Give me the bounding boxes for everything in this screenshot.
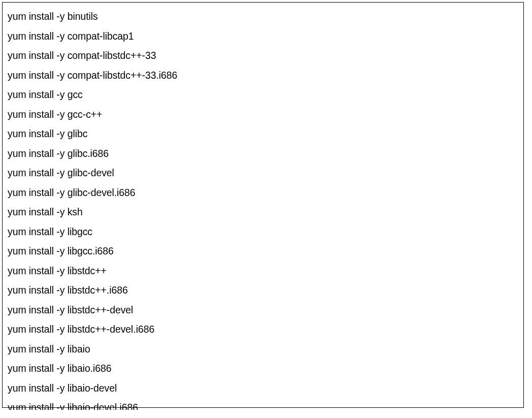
command-code-block: yum install -y binutils yum install -y c… xyxy=(2,2,524,408)
code-line: yum install -y compat-libstdc++-33 xyxy=(8,46,518,66)
code-line: yum install -y glibc-devel xyxy=(8,163,518,183)
code-line: yum install -y gcc xyxy=(8,85,518,105)
code-line: yum install -y libaio xyxy=(8,339,518,359)
code-line: yum install -y glibc.i686 xyxy=(8,144,518,164)
code-line: yum install -y binutils xyxy=(8,7,518,26)
code-line: yum install -y libaio-devel.i686 xyxy=(8,398,518,410)
code-line: yum install -y libstdc++.i686 xyxy=(8,280,518,300)
code-line: yum install -y compat-libcap1 xyxy=(8,26,518,46)
code-line: yum install -y libaio.i686 xyxy=(8,359,518,378)
code-line: yum install -y libaio-devel xyxy=(8,378,518,398)
code-line: yum install -y ksh xyxy=(8,202,518,222)
code-line: yum install -y compat-libstdc++-33.i686 xyxy=(8,66,518,85)
code-line: yum install -y libstdc++ xyxy=(8,261,518,281)
code-line: yum install -y glibc-devel.i686 xyxy=(8,183,518,203)
code-line: yum install -y glibc xyxy=(8,124,518,144)
code-line: yum install -y libstdc++-devel.i686 xyxy=(8,319,518,339)
code-line: yum install -y libgcc.i686 xyxy=(8,241,518,261)
code-line: yum install -y libstdc++-devel xyxy=(8,300,518,320)
code-line: yum install -y libgcc xyxy=(8,222,518,242)
code-line: yum install -y gcc-c++ xyxy=(8,105,518,124)
